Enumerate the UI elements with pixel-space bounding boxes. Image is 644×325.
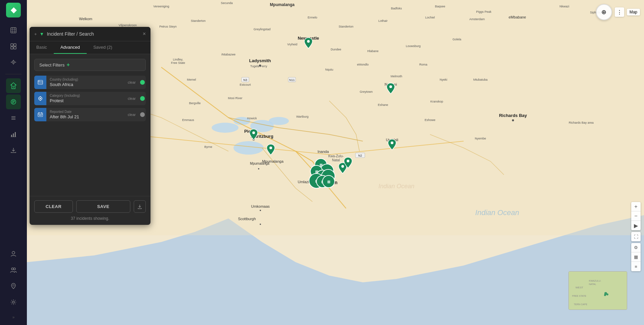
filter-row-category: Category (Including) Protest clear	[34, 92, 146, 105]
svg-text:Nkwazi: Nkwazi	[559, 5, 569, 8]
svg-rect-7	[11, 47, 13, 49]
sidebar: ◆	[0, 0, 27, 325]
svg-text:N11: N11	[289, 78, 295, 82]
svg-point-157	[606, 293, 608, 295]
country-filter-icon	[34, 76, 46, 89]
svg-text:Secunda: Secunda	[221, 1, 233, 5]
svg-rect-167	[38, 113, 43, 117]
svg-text:Estcourt: Estcourt	[240, 83, 251, 86]
svg-point-26	[11, 268, 13, 270]
filter-row-date: Reported Date After 8th Jul 21 clear	[34, 108, 146, 121]
sidebar-item-filter[interactable]	[6, 78, 21, 93]
minimap: WEST KWAZULU- NATAL FREE STATE TERN CAPE	[568, 271, 627, 310]
svg-text:NATAL: NATAL	[589, 283, 596, 285]
svg-text:Umlazi: Umlazi	[298, 180, 309, 184]
svg-text:N3: N3	[243, 78, 247, 82]
map-zoom-out-btn[interactable]: −	[631, 211, 641, 221]
category-filter-content: Category (Including) Protest	[46, 92, 124, 105]
sidebar-item-layers[interactable]	[6, 23, 21, 38]
panel-pin-btn[interactable]: +	[34, 32, 37, 37]
map-settings-btn[interactable]: ⚙	[631, 243, 641, 252]
panel-header-left: + ▼ Incident Filter / Search	[34, 31, 94, 37]
save-button[interactable]: SAVE	[76, 200, 130, 213]
svg-text:Indian Ocean: Indian Ocean	[475, 208, 519, 217]
svg-text:Tugela Ferry: Tugela Ferry	[250, 65, 267, 68]
sidebar-item-location[interactable]	[6, 55, 21, 70]
svg-text:Standerton: Standerton	[339, 25, 353, 28]
date-filter-label: Reported Date	[50, 110, 121, 114]
svg-text:Golela: Golela	[453, 38, 461, 41]
svg-text:Melmoth: Melmoth	[391, 75, 402, 78]
map-stack-btn[interactable]: ≡	[631, 262, 641, 271]
sidebar-expand-btn[interactable]: »	[0, 312, 27, 322]
date-filter-clear-btn[interactable]: clear	[124, 108, 139, 121]
date-filter-icon	[34, 108, 46, 121]
sidebar-item-incidents[interactable]	[6, 94, 21, 109]
sidebar-item-settings[interactable]	[6, 295, 21, 310]
map-pan-right-btn[interactable]: ▶	[631, 221, 641, 230]
svg-rect-23	[15, 132, 16, 137]
svg-text:Eshowe: Eshowe	[425, 118, 435, 122]
svg-text:eMbabane: eMbabane	[509, 15, 526, 19]
panel-title: Incident Filter / Search	[47, 31, 94, 37]
sidebar-item-list[interactable]	[6, 111, 21, 125]
map-fullscreen-btn[interactable]: ⛶	[631, 232, 641, 241]
panel-filter-icon: ▼	[40, 31, 44, 37]
svg-text:Lindley,: Lindley,	[173, 58, 183, 61]
svg-text:Mooi River: Mooi River	[228, 96, 242, 100]
svg-text:Howick: Howick	[247, 117, 257, 120]
sidebar-item-team[interactable]	[6, 262, 21, 277]
map-compass[interactable]: ⊕	[596, 4, 612, 20]
svg-rect-22	[13, 133, 14, 137]
sidebar-item-download[interactable]	[6, 143, 21, 158]
sidebar-item-grid[interactable]	[6, 39, 21, 54]
select-filters-btn[interactable]: Select Filters +	[34, 59, 146, 71]
svg-text:Lochiel: Lochiel	[425, 16, 435, 19]
tab-advanced[interactable]: Advanced	[54, 41, 87, 54]
svg-text:eMondlo: eMondlo	[357, 63, 369, 66]
map-zoom-in-btn[interactable]: +	[631, 202, 641, 211]
map-menu-btn[interactable]: ⋮	[615, 7, 624, 17]
country-filter-toggle[interactable]	[139, 76, 146, 89]
svg-rect-0	[11, 28, 16, 33]
svg-text:Kwa-Zulu-: Kwa-Zulu-	[328, 154, 344, 158]
clear-button[interactable]: CLEAR	[34, 200, 73, 213]
panel-tabs: Basic Advanced Saved (2)	[30, 41, 151, 54]
svg-text:●: ●	[258, 167, 259, 170]
svg-point-10	[13, 62, 14, 63]
svg-text:Lothair: Lothair	[378, 19, 388, 23]
map-top-right-controls: ⊕ ⋮ Map	[596, 4, 640, 20]
category-filter-toggle[interactable]	[139, 92, 146, 105]
date-filter-toggle[interactable]	[139, 108, 146, 121]
svg-text:Eshane: Eshane	[378, 103, 388, 107]
panel-close-btn[interactable]: ×	[143, 31, 146, 37]
svg-text:Byrne: Byrne	[204, 145, 212, 149]
svg-point-29	[12, 301, 14, 303]
tab-basic[interactable]: Basic	[30, 41, 54, 54]
app-logo[interactable]: ◆	[6, 3, 21, 17]
map-layers-btn[interactable]: ▦	[631, 252, 641, 262]
map-layer-controls: ⚙ ▦ ≡	[631, 243, 641, 271]
svg-text:Mpumalanga: Mpumalanga	[270, 2, 295, 7]
country-filter-clear-btn[interactable]: clear	[124, 76, 139, 89]
svg-text:Mpumalanga: Mpumalanga	[250, 162, 269, 165]
category-filter-clear-btn[interactable]: clear	[124, 92, 139, 105]
sidebar-item-user[interactable]	[6, 246, 21, 261]
svg-point-130	[341, 165, 344, 168]
svg-point-128	[252, 131, 255, 134]
svg-point-125	[307, 40, 310, 43]
svg-point-27	[13, 268, 15, 270]
sidebar-item-chart[interactable]	[6, 127, 21, 141]
tab-saved[interactable]: Saved (2)	[87, 41, 119, 54]
svg-text:Petrus Steyn: Petrus Steyn	[159, 25, 177, 28]
svg-rect-8	[14, 47, 16, 49]
svg-point-158	[604, 294, 606, 296]
svg-rect-5	[11, 44, 13, 46]
svg-text:Greylingstad: Greylingstad	[254, 28, 271, 31]
svg-text:Inanda: Inanda	[317, 150, 329, 154]
svg-rect-171	[39, 115, 40, 116]
sidebar-item-mappin[interactable]	[6, 279, 21, 293]
svg-text:Emmaus: Emmaus	[182, 118, 194, 122]
download-button[interactable]	[134, 200, 146, 213]
svg-rect-6	[14, 44, 16, 46]
